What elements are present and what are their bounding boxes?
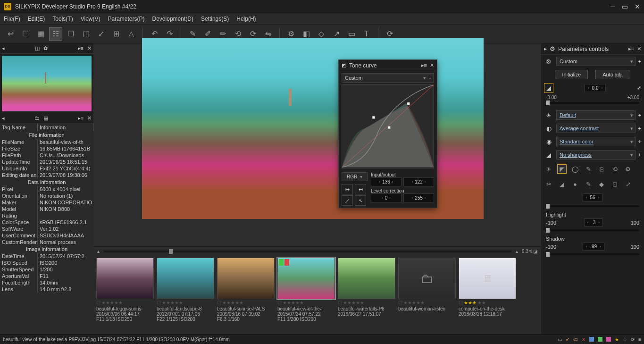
- params-pin-icon[interactable]: ▸≡: [628, 46, 634, 52]
- tone-curve-mode-icon[interactable]: ∿: [355, 195, 366, 206]
- fullscreen-icon[interactable]: ⤢: [94, 27, 108, 41]
- exposure-expand-icon[interactable]: ⤢: [637, 85, 641, 91]
- tone-linear-icon[interactable]: ／: [342, 195, 353, 206]
- menu-edit[interactable]: Edit(E): [28, 16, 45, 22]
- highlight-slider[interactable]: [546, 229, 639, 231]
- wb-select[interactable]: Default: [556, 110, 636, 120]
- status-blue-dot[interactable]: [589, 337, 594, 342]
- menu-help[interactable]: Help(H): [236, 16, 256, 22]
- tool-scissors-icon[interactable]: ✂: [544, 179, 553, 189]
- back-icon[interactable]: ↩: [4, 27, 17, 41]
- menu-development[interactable]: Development(D): [152, 16, 193, 22]
- close-icon[interactable]: ✕: [635, 3, 640, 10]
- tool-bracket-icon[interactable]: ⎘: [597, 164, 606, 174]
- compare-icon[interactable]: ◫: [79, 27, 92, 41]
- tool-dropper-icon[interactable]: ✎: [584, 164, 593, 174]
- tool-circle-icon[interactable]: ◯: [570, 164, 580, 174]
- status-pink-dot[interactable]: [606, 337, 611, 342]
- zoom-out-icon[interactable]: ▴: [97, 249, 100, 254]
- tone-remove-point-icon[interactable]: ↤: [355, 184, 366, 194]
- mid-value-field[interactable]: ‹56›: [583, 193, 602, 201]
- minimize-icon[interactable]: ─: [611, 3, 615, 10]
- tone-curve-graph[interactable]: [342, 84, 434, 168]
- auto-adj-button[interactable]: Auto adj.: [595, 70, 630, 79]
- highlight-field[interactable]: ‹-3›: [584, 218, 603, 227]
- maximize-icon[interactable]: ▭: [622, 3, 628, 10]
- thumb-6[interactable]: 🖥 ☐ ★★★★★ computer-on-the-desk 2018/03/2…: [459, 258, 516, 332]
- preset-select[interactable]: Custom: [556, 57, 636, 66]
- status-x-icon[interactable]: ✕: [582, 337, 585, 342]
- params-close-icon[interactable]: ✕: [637, 46, 641, 52]
- menu-view[interactable]: View(V): [81, 16, 100, 22]
- level-lo-field[interactable]: ‹0›: [371, 193, 401, 202]
- tool-brush-icon[interactable]: ✎: [584, 179, 593, 189]
- canvas-area[interactable]: ◩ Tone curve ▸≡ ✕ Custom: [93, 43, 541, 246]
- tool-drop-icon[interactable]: ◆: [597, 179, 606, 189]
- params-gear-icon[interactable]: ⚙: [550, 45, 555, 52]
- folder-icon[interactable]: 🗀: [34, 115, 40, 121]
- color-select[interactable]: Standard color: [556, 137, 636, 146]
- level-hi-field[interactable]: ‹255›: [403, 193, 434, 202]
- color-add-icon[interactable]: +: [638, 139, 641, 144]
- menu-file[interactable]: File(F): [4, 16, 20, 22]
- tool-sun-icon[interactable]: ☀: [544, 164, 553, 174]
- mid-slider[interactable]: [546, 205, 639, 207]
- thumb-1[interactable]: ☐ ★★★★★ beautiful-landscape-8 2012/07/01…: [157, 258, 214, 332]
- wb-add-icon[interactable]: +: [638, 112, 641, 118]
- info-icon[interactable]: ▤: [43, 115, 48, 121]
- status-screen-icon[interactable]: ▭: [558, 337, 562, 342]
- zoom-slider[interactable]: [103, 251, 512, 252]
- thumb-3[interactable]: ☐ ★★★★★ beautiful-view-of-the-l 2015/07/…: [277, 258, 335, 332]
- tool-lens-icon[interactable]: ●: [570, 179, 580, 189]
- preset-add-icon[interactable]: +: [638, 59, 641, 64]
- status-star-empty-icon[interactable]: ☆: [623, 337, 627, 342]
- tool-tri-icon[interactable]: ◢: [557, 179, 567, 189]
- menu-settings[interactable]: Settings(S): [201, 16, 229, 22]
- status-refresh-icon[interactable]: ⟳: [631, 337, 635, 342]
- warning-icon[interactable]: △: [125, 27, 138, 41]
- collapse-left-icon[interactable]: ◂: [2, 45, 5, 51]
- collapse-right-icon[interactable]: ▸: [544, 46, 547, 52]
- filmstrip[interactable]: ☐ ★★★★★ beautiful-foggy-sunris 2016/09/0…: [93, 256, 541, 334]
- pin-icon[interactable]: ▸≡: [78, 45, 84, 51]
- sharp-add-icon[interactable]: +: [638, 152, 641, 158]
- gridview-icon[interactable]: ⊞: [109, 27, 123, 41]
- thumb-0[interactable]: ☐ ★★★★★ beautiful-foggy-sunris 2016/09/0…: [96, 258, 154, 332]
- combine-icon[interactable]: ☐: [19, 27, 32, 41]
- single-icon[interactable]: ☐: [64, 27, 77, 41]
- nav-icon[interactable]: ◫: [35, 45, 40, 51]
- exposure-icon[interactable]: ◢: [544, 83, 553, 93]
- tool-curve-icon[interactable]: ◩: [557, 164, 567, 174]
- tone-pin-icon[interactable]: ▸≡: [421, 62, 427, 68]
- thumb-5[interactable]: 🗀 ☐ ★★★★★ beautiful-woman-listen: [398, 258, 456, 332]
- exposure-slider[interactable]: .rightpanel .rpslider:nth-of-type(1) .tr…: [546, 102, 639, 104]
- zoom-in-icon[interactable]: ▴: [516, 249, 518, 254]
- tone-channel-select[interactable]: RGB: [342, 172, 368, 181]
- contrast-select[interactable]: Average contrast: [556, 124, 636, 133]
- tone-curve-panel[interactable]: ◩ Tone curve ▸≡ ✕ Custom: [338, 59, 437, 208]
- fit-icon[interactable]: ◪: [533, 249, 537, 254]
- sharp-select[interactable]: No sharpness: [556, 150, 636, 159]
- tool-gears-icon[interactable]: ⚙: [623, 164, 633, 174]
- tone-input-field[interactable]: ‹136›: [371, 177, 401, 186]
- status-menu-icon[interactable]: ≡: [638, 337, 641, 342]
- thumbstrip-icon[interactable]: ☷: [49, 27, 62, 41]
- close-panel-icon[interactable]: ✕: [87, 45, 92, 51]
- tool-expand-icon[interactable]: ⤢: [623, 179, 633, 189]
- close-panel2-icon[interactable]: ✕: [87, 115, 92, 121]
- tool-crop-icon[interactable]: ⊡: [610, 179, 619, 189]
- contrast-add-icon[interactable]: +: [638, 126, 641, 131]
- thumb-4[interactable]: ☐ ★★★★★ beautiful-waterfalls-P8 2019/06/…: [338, 258, 395, 332]
- menu-tools[interactable]: Tools(T): [52, 16, 73, 22]
- tool-undo2-icon[interactable]: ⟲: [610, 164, 619, 174]
- nav2-icon[interactable]: ✿: [43, 45, 48, 51]
- pin2-icon[interactable]: ▸≡: [78, 115, 84, 121]
- shadow-slider[interactable]: [546, 253, 639, 255]
- grid-icon[interactable]: ▦: [34, 27, 47, 41]
- tone-preset-select[interactable]: Custom: [342, 73, 434, 83]
- shadow-field[interactable]: ‹-99›: [583, 243, 604, 251]
- initialize-button[interactable]: Initialize: [555, 70, 588, 79]
- status-tag-icon[interactable]: 🏷: [573, 337, 578, 342]
- thumb-2[interactable]: ☐ ★★★★★ beautiful-sunrise-PALS 2009/08/1…: [217, 258, 275, 332]
- tone-add-point-icon[interactable]: ↦: [342, 184, 353, 194]
